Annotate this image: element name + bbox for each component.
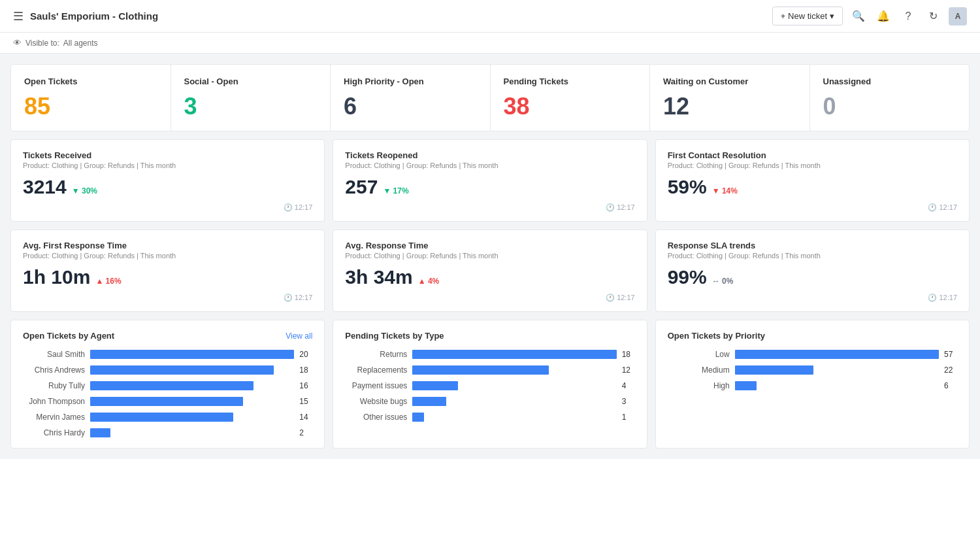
header-right: + New ticket ▾ 🔍 🔔 ? ↻ A <box>772 7 967 25</box>
bar-fill <box>412 397 446 406</box>
bar-row: Ruby Tully 16 <box>23 381 312 390</box>
metric-card-subtitle: Product: Clothing | Group: Refunds | Thi… <box>668 252 957 260</box>
bar-track <box>90 413 294 422</box>
metric-card-title: Tickets Reopened <box>345 150 634 160</box>
bar-track <box>90 397 294 406</box>
metric-value-row: 3214 ▼ 30% <box>23 176 312 198</box>
bar-row: Payment issues 4 <box>345 381 634 390</box>
bar-label: Replacements <box>345 365 407 375</box>
metric-value-row: 3h 34m ▲ 4% <box>345 266 634 288</box>
metric-footer: 🕐 12:17 <box>23 203 312 212</box>
bar-label: Other issues <box>345 413 407 422</box>
bar-row: Saul Smith 20 <box>23 350 312 359</box>
stat-card[interactable]: Pending Tickets 38 <box>491 65 650 131</box>
bar-track <box>90 381 294 390</box>
bar-label: Medium <box>668 365 730 375</box>
bar-row: Low 57 <box>668 350 957 359</box>
metric-card: Tickets Received Product: Clothing | Gro… <box>10 139 325 222</box>
bar-row: Medium 22 <box>668 365 957 375</box>
refresh-icon[interactable]: ↻ <box>924 7 942 25</box>
metric-footer: 🕐 12:17 <box>668 203 957 212</box>
metric-value: 257 <box>345 176 378 198</box>
stat-card-title: Open Tickets <box>24 76 157 86</box>
metric-trend: ▼ 30% <box>72 186 97 195</box>
metric-card: Avg. Response Time Product: Clothing | G… <box>333 229 647 312</box>
metric-value-row: 99% ↔ 0% <box>668 266 957 288</box>
bar-fill <box>412 413 423 422</box>
stat-card[interactable]: Open Tickets 85 <box>11 65 171 131</box>
bar-fill <box>90 365 274 375</box>
metric-value: 3214 <box>23 176 67 198</box>
metric-card: Response SLA trends Product: Clothing | … <box>655 229 970 312</box>
metric-trend: ↔ 0% <box>712 277 734 286</box>
chart-panels-row: Open Tickets by AgentView all Saul Smith… <box>10 320 970 449</box>
bar-row: High 6 <box>668 381 957 390</box>
clock-icon: 🕐 <box>284 294 293 302</box>
bar-label: Chris Andrews <box>23 365 85 375</box>
metric-card-subtitle: Product: Clothing | Group: Refunds | Thi… <box>345 252 634 260</box>
chart-panel: Open Tickets by Priority Low 57 Medium 2… <box>655 320 970 449</box>
metric-time: 12:17 <box>939 203 957 212</box>
bar-chart: Returns 18 Replacements 12 Payment issue… <box>345 350 634 422</box>
bar-track <box>412 397 616 406</box>
bar-label: Ruby Tully <box>23 381 85 390</box>
bar-row: Replacements 12 <box>345 365 634 375</box>
metric-trend: ▲ 16% <box>95 277 121 286</box>
stat-card-value: 6 <box>344 93 477 120</box>
bar-row: John Thompson 15 <box>23 397 312 406</box>
metric-card: Tickets Reopened Product: Clothing | Gro… <box>333 139 647 222</box>
bar-row: Chris Hardy 2 <box>23 428 312 437</box>
stat-cards-row: Open Tickets 85 Social - Open 3 High Pri… <box>10 64 970 131</box>
chart-panel: Open Tickets by AgentView all Saul Smith… <box>10 320 325 449</box>
bar-fill <box>412 365 548 375</box>
bar-fill <box>90 350 294 359</box>
bar-value: 1 <box>622 413 635 422</box>
bar-value: 12 <box>622 365 635 375</box>
avatar[interactable]: A <box>949 7 967 25</box>
bar-track <box>90 350 294 359</box>
bar-fill <box>735 381 757 390</box>
bar-track <box>90 428 294 437</box>
metric-card-subtitle: Product: Clothing | Group: Refunds | Thi… <box>23 252 312 260</box>
new-ticket-button[interactable]: + New ticket ▾ <box>772 7 843 25</box>
chart-panel-header: Open Tickets by Priority <box>668 331 957 341</box>
chart-panel-header: Open Tickets by AgentView all <box>23 331 312 341</box>
clock-icon: 🕐 <box>928 294 937 302</box>
bar-value: 2 <box>299 428 312 437</box>
bar-label: John Thompson <box>23 397 85 406</box>
metric-value-row: 257 ▼ 17% <box>345 176 634 198</box>
bar-chart: Low 57 Medium 22 High 6 <box>668 350 957 390</box>
visible-to-value: All agents <box>63 39 98 48</box>
stat-card[interactable]: High Priority - Open 6 <box>331 65 490 131</box>
bar-label: Low <box>668 350 730 359</box>
bar-label: Returns <box>345 350 407 359</box>
help-icon[interactable]: ? <box>899 7 917 25</box>
bar-row: Chris Andrews 18 <box>23 365 312 375</box>
metric-value: 3h 34m <box>345 266 412 288</box>
metric-time: 12:17 <box>295 203 313 212</box>
stat-card-title: Social - Open <box>184 76 318 86</box>
stat-card[interactable]: Unassigned 0 <box>810 65 970 131</box>
bar-row: Mervin James 14 <box>23 413 312 422</box>
clock-icon: 🕐 <box>928 203 937 212</box>
view-all-link[interactable]: View all <box>286 331 312 341</box>
bar-fill <box>90 397 243 406</box>
hamburger-icon[interactable]: ☰ <box>13 9 24 24</box>
bar-track <box>412 381 616 390</box>
bell-icon[interactable]: 🔔 <box>874 7 892 25</box>
search-icon[interactable]: 🔍 <box>849 7 868 25</box>
chart-panel-title: Pending Tickets by Type <box>345 331 444 341</box>
metric-card-subtitle: Product: Clothing | Group: Refunds | Thi… <box>345 161 634 169</box>
metric-card-title: Avg. Response Time <box>345 241 634 250</box>
bar-row: Website bugs 3 <box>345 397 634 406</box>
bar-row: Other issues 1 <box>345 413 634 422</box>
stat-card-value: 3 <box>184 93 318 120</box>
stat-card-title: High Priority - Open <box>344 76 477 86</box>
stat-card[interactable]: Social - Open 3 <box>171 65 331 131</box>
stat-card[interactable]: Waiting on Customer 12 <box>650 65 809 131</box>
metric-trend: ▲ 4% <box>418 277 440 286</box>
bar-fill <box>90 428 110 437</box>
bar-value: 22 <box>944 365 957 375</box>
app-title: Sauls' Emporium - Clothing <box>30 10 158 22</box>
bar-fill <box>90 413 233 422</box>
